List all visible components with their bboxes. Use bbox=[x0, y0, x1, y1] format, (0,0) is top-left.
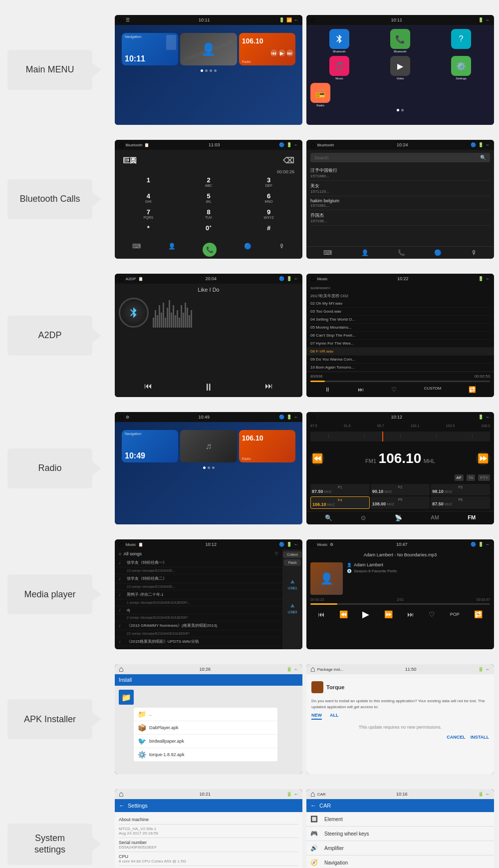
next-track-btn[interactable]: ⏭ bbox=[265, 382, 273, 393]
pkg-tab-new[interactable]: NEW bbox=[311, 713, 322, 720]
car-back-icon[interactable]: ← bbox=[310, 802, 316, 809]
song-item-6[interactable]: 07 Hymn For The Wee... bbox=[306, 340, 494, 348]
contact-item-4[interactable]: 乔国杰 197198... bbox=[310, 210, 490, 226]
song-item-4[interactable]: 05 Moving Mountains... bbox=[306, 324, 494, 332]
contacts-icon[interactable]: 👤 bbox=[168, 243, 176, 257]
mic-nav-icon[interactable]: 🎙 bbox=[471, 249, 477, 256]
dial-key-5[interactable]: 5JKL bbox=[179, 190, 239, 205]
bt-app-unknown[interactable]: ? bbox=[432, 29, 490, 53]
dial-key-7[interactable]: 7PQRS bbox=[119, 206, 178, 221]
media-item-4[interactable]: ♩ 黑鸭子-伴你二十年-1 bbox=[115, 590, 282, 599]
file-item-0[interactable]: 📦 DabPlayer.apk bbox=[134, 721, 277, 735]
bt-app-bluetooth[interactable]: Bluetooth bbox=[310, 29, 368, 53]
dial-key-hash[interactable]: # bbox=[239, 222, 298, 234]
song-item-3[interactable]: 04 Setting The World O... bbox=[306, 316, 494, 324]
contact-item-1[interactable]: 汪予中国银行 1571880... bbox=[310, 165, 490, 181]
custom-btn[interactable]: CUSTOM bbox=[424, 386, 442, 393]
player-rewind-btn[interactable]: ⏪ bbox=[339, 610, 348, 618]
song-item-7-active[interactable]: 08 F-VR.wav bbox=[306, 348, 494, 356]
af-btn[interactable]: AF bbox=[455, 474, 464, 481]
song-item-8[interactable]: 09 Do You Wanna Com... bbox=[306, 356, 494, 364]
nav-widget[interactable]: Navigation 10:11 bbox=[122, 33, 178, 65]
file-item-parent[interactable]: 📁 .. bbox=[134, 708, 277, 721]
media-item-3[interactable]: 13 songs /storage/E242A40E... bbox=[115, 583, 282, 590]
play-icon[interactable]: ▶ bbox=[278, 49, 285, 56]
file-item-2[interactable]: ⚙️ torque-1.8.92.apk bbox=[134, 748, 277, 762]
collect-btn[interactable]: Collect bbox=[283, 551, 301, 558]
heart-btn[interactable]: ♡ bbox=[391, 386, 397, 393]
pause-btn[interactable]: ⏸ bbox=[324, 386, 330, 393]
media-item-9[interactable]: 22 songs /storage/E242A40E42A3E60F/ bbox=[115, 630, 282, 637]
pkg-install-btn[interactable]: INSTALL bbox=[471, 735, 489, 740]
car-menu-item-2[interactable]: 🔊 Amplifier bbox=[306, 841, 494, 856]
song-item-9[interactable]: 10 Born Again Tomorro... bbox=[306, 364, 494, 372]
bt-app-settings[interactable]: ⚙️ Settings bbox=[432, 56, 490, 80]
prev-track-btn[interactable]: ⏮ bbox=[144, 382, 152, 393]
am-label[interactable]: AM bbox=[431, 514, 439, 521]
radio-nav-widget[interactable]: Navigation 10:49 bbox=[122, 430, 178, 462]
bt-nav-bt-icon[interactable]: 🔵 bbox=[434, 249, 442, 256]
prev-icon[interactable]: ⏮ bbox=[270, 49, 277, 56]
play-pause-btn[interactable]: ⏸ bbox=[204, 382, 214, 393]
keypad-nav-icon[interactable]: ⌨ bbox=[323, 249, 332, 256]
media-item-1[interactable]: 13 songs /storage/E242A40E... bbox=[115, 567, 282, 574]
media-item-5[interactable]: 1 songs /storage/E242A40E42A3E60F/... bbox=[115, 599, 282, 606]
keypad-icon[interactable]: ⌨ bbox=[132, 243, 141, 257]
backspace-icon[interactable]: ⌫ bbox=[283, 156, 294, 165]
song-item-5[interactable]: 06 Can't Stop The Feeli... bbox=[306, 332, 494, 340]
dial-key-4[interactable]: 4GHI bbox=[119, 190, 178, 205]
radio-album-widget[interactable]: ♬ bbox=[180, 430, 237, 462]
preset-2[interactable]: P2 90.10 MHZ bbox=[371, 484, 430, 495]
back-arrow-icon[interactable]: ← bbox=[119, 802, 125, 809]
player-heart-btn[interactable]: ♡ bbox=[429, 610, 435, 618]
seek-prev-btn[interactable]: ⏪ bbox=[310, 451, 324, 465]
contact-item-2[interactable]: 美女 1571120... bbox=[310, 181, 490, 196]
media-item-10[interactable]: ♩ 《2015格莱美的唱彩》UPDTS-WAV分轨 bbox=[115, 637, 282, 646]
end-call-icon[interactable]: 🎙 bbox=[279, 243, 285, 257]
preset-1[interactable]: P1 87.50 MHZ bbox=[310, 484, 370, 495]
call-button[interactable]: 📞 bbox=[203, 243, 217, 257]
song-item-1[interactable]: 02 Oh My MY.wav bbox=[306, 300, 494, 308]
player-play-btn[interactable]: ▶ bbox=[362, 609, 369, 620]
bt-app-calls[interactable]: 📞 Bluetooth bbox=[371, 29, 429, 53]
radio-antenna-btn[interactable]: 📡 bbox=[395, 514, 402, 521]
seek-next-btn[interactable]: ⏩ bbox=[476, 451, 490, 465]
media-item-8[interactable]: ♩ 《2013 GRAMMY Nominees》(格莱美的唱彩2013) bbox=[115, 621, 282, 630]
bt-nav-icon[interactable]: 🔵 bbox=[244, 243, 251, 257]
bt-app-music[interactable]: 🎵 Music bbox=[310, 56, 368, 80]
radio-app[interactable]: 📻 Radio bbox=[310, 83, 330, 107]
next-icon[interactable]: ⏭ bbox=[286, 49, 293, 56]
player-prev-btn[interactable]: ⏮ bbox=[318, 610, 325, 618]
flash-btn[interactable]: Flash bbox=[284, 559, 300, 566]
player-repeat-btn[interactable]: 🔁 bbox=[474, 610, 483, 618]
radio-search-btn[interactable]: 🔍 bbox=[325, 514, 332, 521]
ta-btn[interactable]: TA bbox=[467, 474, 476, 481]
dial-key-6[interactable]: 6MNO bbox=[239, 190, 298, 205]
dial-key-star[interactable]: * bbox=[119, 222, 178, 234]
player-next-btn[interactable]: ⏭ bbox=[407, 610, 414, 618]
radio-scan-btn[interactable]: ⊙ bbox=[361, 514, 366, 521]
preset-5[interactable]: P5 108.00 MHZ bbox=[371, 496, 430, 509]
next-btn[interactable]: ⏭ bbox=[358, 386, 364, 393]
pkg-tab-all[interactable]: ALL bbox=[330, 713, 339, 720]
song-item-2[interactable]: 03 Too Good.wav bbox=[306, 308, 494, 316]
file-item-1[interactable]: 🐦 birdwallpaper.apk bbox=[134, 735, 277, 748]
contact-item-3[interactable]: hakim belgium 1571881... bbox=[310, 196, 490, 210]
call-nav-icon[interactable]: 📞 bbox=[398, 249, 405, 256]
dial-key-1[interactable]: 1 bbox=[119, 174, 178, 189]
pty-btn[interactable]: PTY bbox=[478, 474, 490, 481]
car-menu-item-3[interactable]: 🧭 Navigation bbox=[306, 856, 494, 868]
media-item-7[interactable]: 2 songs /storage/E242A40E42A3E60F/ bbox=[115, 614, 282, 621]
radio-freq-widget[interactable]: 106.10 Radio bbox=[239, 430, 295, 462]
contact-nav-icon[interactable]: 👤 bbox=[361, 249, 369, 256]
pkg-cancel-btn[interactable]: CANCEL bbox=[447, 735, 466, 740]
preset-4-active[interactable]: P4 106.10 MHZ bbox=[310, 496, 370, 509]
preset-6[interactable]: P6 87.50 MHZ bbox=[431, 496, 490, 509]
media-item-6[interactable]: ♩ dj bbox=[115, 606, 282, 614]
search-bar[interactable]: Search 🔍 bbox=[310, 153, 490, 162]
about-label-item[interactable]: About machine bbox=[119, 815, 298, 825]
dial-key-0[interactable]: 0+ bbox=[179, 222, 239, 234]
dial-key-3[interactable]: 3DEF bbox=[239, 174, 298, 189]
fm-label[interactable]: FM bbox=[468, 514, 476, 521]
music-widget[interactable]: 👤 bbox=[180, 33, 237, 65]
